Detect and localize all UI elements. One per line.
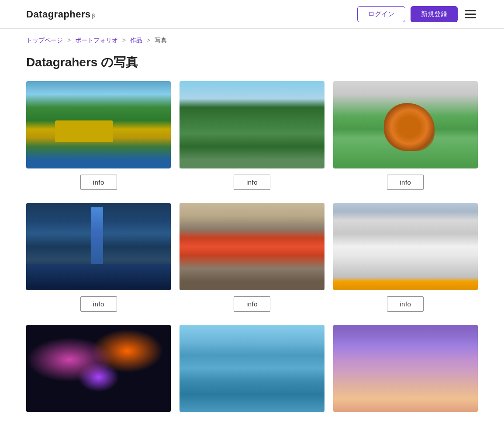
- header-right: ログイン 新規登録: [357, 6, 478, 22]
- header: Datagraphersβ ログイン 新規登録: [0, 0, 504, 29]
- register-button[interactable]: 新規登録: [411, 6, 458, 22]
- photo-thumb-maiko[interactable]: [180, 203, 324, 290]
- photo-item-shiba: info: [333, 81, 478, 190]
- photo-thumb-shiba[interactable]: [333, 81, 478, 168]
- photo-thumb-temple[interactable]: [180, 81, 324, 168]
- photo-row-1: info info info: [26, 81, 478, 190]
- photo-row-3: [26, 325, 478, 412]
- breadcrumb-works[interactable]: 作品: [130, 37, 142, 44]
- photo-item-fireworks: [26, 325, 171, 412]
- hamburger-menu[interactable]: [463, 8, 478, 20]
- photo-item-shinkansen: info: [333, 203, 478, 312]
- info-button-shiba[interactable]: info: [387, 175, 424, 190]
- photo-item-skytree: info: [26, 203, 171, 312]
- photo-thumb-kinkakuji[interactable]: [26, 81, 171, 168]
- hamburger-line-3: [465, 17, 476, 18]
- breadcrumb: トップページ > ポートフォリオ > 作品 > 写真: [0, 29, 504, 48]
- photo-item-kinkakuji: info: [26, 81, 171, 190]
- hamburger-line-2: [465, 14, 476, 15]
- photo-thumb-skytree[interactable]: [26, 203, 171, 290]
- info-button-kinkakuji[interactable]: info: [80, 175, 117, 190]
- breadcrumb-top[interactable]: トップページ: [26, 37, 63, 44]
- photo-item-sunset: [333, 325, 478, 412]
- photo-item-temple: info: [180, 81, 324, 190]
- photo-thumb-sunset[interactable]: [333, 325, 478, 412]
- photo-thumb-building[interactable]: [180, 325, 324, 412]
- page-title: Datagrahers の写真: [0, 48, 504, 81]
- info-button-shinkansen[interactable]: info: [387, 296, 424, 312]
- photo-row-2: info info info: [26, 203, 478, 312]
- breadcrumb-current: 写真: [155, 37, 167, 44]
- breadcrumb-sep-2: >: [122, 37, 128, 44]
- photo-thumb-shinkansen[interactable]: [333, 203, 478, 290]
- photo-grid: info info info info info info: [0, 81, 504, 412]
- breadcrumb-sep-3: >: [147, 37, 152, 44]
- logo: Datagraphersβ: [26, 9, 95, 20]
- breadcrumb-portfolio[interactable]: ポートフォリオ: [75, 37, 118, 44]
- photo-thumb-fireworks[interactable]: [26, 325, 171, 412]
- photo-item-maiko: info: [180, 203, 324, 312]
- breadcrumb-sep-1: >: [67, 37, 72, 44]
- info-button-maiko[interactable]: info: [234, 296, 270, 312]
- info-button-temple[interactable]: info: [234, 175, 270, 190]
- info-button-skytree[interactable]: info: [80, 296, 117, 312]
- login-button[interactable]: ログイン: [357, 6, 405, 22]
- photo-item-building: [180, 325, 324, 412]
- hamburger-line-1: [465, 10, 476, 11]
